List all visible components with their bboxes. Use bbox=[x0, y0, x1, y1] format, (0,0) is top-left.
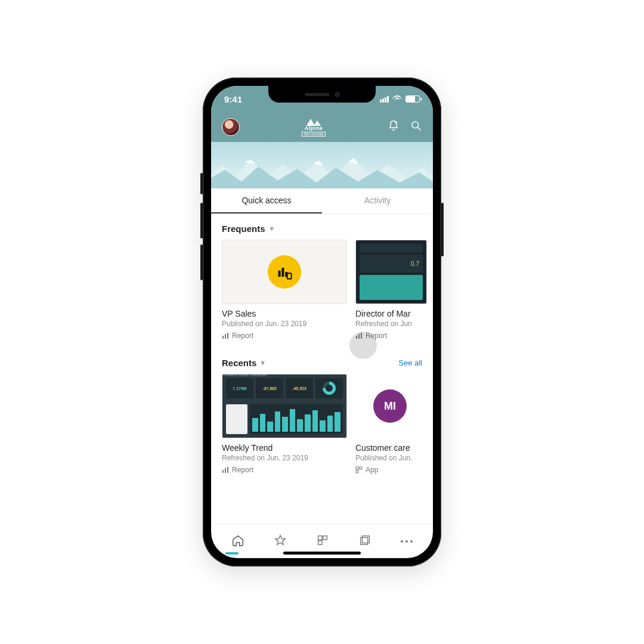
card-type: App bbox=[355, 466, 427, 474]
frequents-row[interactable]: VP Sales Published on Jun. 23 2019 Repor… bbox=[211, 240, 433, 340]
svg-marker-24 bbox=[275, 535, 286, 544]
svg-rect-12 bbox=[222, 336, 224, 339]
screen: 9:41 Alpine SKI HOUSE bbox=[211, 86, 433, 558]
app-type-icon bbox=[355, 466, 363, 473]
dash-value: 0.7 bbox=[360, 255, 423, 273]
svg-point-1 bbox=[412, 122, 419, 128]
svg-line-2 bbox=[418, 128, 421, 131]
side-panel bbox=[226, 404, 247, 434]
mountain-icon bbox=[305, 117, 322, 126]
card-type: Report bbox=[222, 466, 347, 474]
card-title: Director of Mar bbox=[355, 309, 427, 318]
more-icon bbox=[401, 540, 413, 543]
report-type-icon bbox=[222, 466, 229, 473]
kpi-value: -46,523 bbox=[286, 378, 313, 398]
frequents-card[interactable]: VP Sales Published on Jun. 23 2019 Repor… bbox=[222, 240, 347, 340]
recents-row[interactable]: PowerBI Mobile Downloads 7.179M -37,902 … bbox=[211, 374, 433, 474]
card-type-label: Report bbox=[232, 466, 253, 474]
brand-name: Alpine bbox=[305, 126, 323, 131]
card-thumbnail: 0.7 bbox=[355, 240, 427, 304]
speaker bbox=[305, 93, 330, 96]
phone-frame: 9:41 Alpine SKI HOUSE bbox=[203, 78, 441, 566]
chevron-down-icon: ▾ bbox=[270, 225, 274, 233]
content[interactable]: Frequents ▾ VP Sales Published on Jun. 2… bbox=[211, 214, 433, 524]
card-thumbnail bbox=[222, 240, 347, 304]
nav-favorites[interactable] bbox=[274, 534, 287, 549]
hero-banner bbox=[211, 142, 433, 188]
card-thumbnail: MI bbox=[355, 374, 427, 438]
report-icon bbox=[268, 255, 301, 289]
card-title: Customer care bbox=[355, 443, 427, 453]
svg-rect-28 bbox=[362, 535, 369, 543]
notifications-button[interactable] bbox=[388, 120, 400, 134]
recents-title: Recents bbox=[222, 358, 256, 368]
card-subtitle: Refreshed on Jun. 23 2019 bbox=[222, 454, 347, 462]
nav-apps[interactable] bbox=[316, 534, 329, 549]
frequents-title: Frequents bbox=[222, 224, 265, 234]
bottom-nav bbox=[211, 524, 433, 558]
app-avatar: MI bbox=[373, 389, 407, 423]
card-title: VP Sales bbox=[222, 309, 347, 318]
volume-down-button bbox=[200, 244, 203, 280]
wifi-icon bbox=[392, 95, 402, 103]
nav-home[interactable] bbox=[231, 534, 244, 549]
nav-active-indicator bbox=[225, 552, 239, 555]
avatar[interactable] bbox=[222, 118, 240, 136]
frequents-card[interactable]: 0.7 Director of Mar Refreshed on Jun Rep… bbox=[355, 240, 427, 340]
front-camera bbox=[335, 92, 340, 97]
svg-rect-20 bbox=[227, 467, 228, 473]
chevron-down-icon: ▾ bbox=[261, 359, 265, 367]
brand-sub: SKI HOUSE bbox=[302, 132, 326, 137]
chart-title: PowerBI Mobile Downloads bbox=[224, 374, 267, 377]
svg-rect-11 bbox=[287, 273, 292, 278]
card-title: Weekly Trend bbox=[222, 443, 347, 453]
kpi-value: -37,902 bbox=[256, 378, 283, 398]
svg-rect-14 bbox=[227, 333, 228, 339]
battery-icon bbox=[405, 95, 420, 103]
card-subtitle: Published on Jun. 23 2019 bbox=[222, 320, 347, 328]
donut-chart-icon bbox=[323, 382, 336, 395]
tabs: Quick access Activity bbox=[211, 188, 433, 214]
card-subtitle: Published on Jun. bbox=[355, 454, 427, 462]
svg-rect-13 bbox=[225, 334, 226, 339]
nav-more[interactable] bbox=[401, 540, 413, 543]
svg-rect-23 bbox=[356, 470, 358, 473]
svg-rect-26 bbox=[323, 535, 327, 539]
recents-card[interactable]: PowerBI Mobile Downloads 7.179M -37,902 … bbox=[222, 374, 347, 474]
notch bbox=[268, 86, 376, 103]
svg-rect-18 bbox=[222, 470, 224, 473]
svg-rect-29 bbox=[360, 537, 367, 544]
recents-card[interactable]: MI Customer care Published on Jun. App bbox=[355, 374, 427, 474]
svg-rect-25 bbox=[318, 535, 322, 539]
search-button[interactable] bbox=[410, 120, 422, 134]
svg-rect-8 bbox=[278, 271, 281, 277]
status-icons bbox=[380, 95, 420, 103]
status-time: 9:41 bbox=[224, 94, 242, 104]
app-header: Alpine SKI HOUSE bbox=[211, 112, 433, 142]
recents-header[interactable]: Recents ▾ See all bbox=[211, 348, 433, 374]
card-subtitle: Refreshed on Jun bbox=[355, 320, 427, 328]
card-type-label: Report bbox=[232, 332, 253, 340]
svg-point-0 bbox=[395, 122, 397, 123]
tab-quick-access[interactable]: Quick access bbox=[211, 188, 322, 213]
cellular-icon bbox=[380, 96, 389, 103]
power-button bbox=[441, 203, 444, 256]
svg-rect-21 bbox=[356, 467, 358, 469]
mute-switch bbox=[200, 173, 203, 194]
svg-rect-9 bbox=[281, 268, 284, 277]
card-type: Report bbox=[222, 332, 347, 340]
frequents-header[interactable]: Frequents ▾ bbox=[211, 214, 433, 240]
card-thumbnail: PowerBI Mobile Downloads 7.179M -37,902 … bbox=[222, 374, 347, 438]
report-type-icon bbox=[222, 332, 229, 339]
home-indicator bbox=[283, 552, 361, 555]
nav-workspaces[interactable] bbox=[358, 534, 371, 549]
bar-chart-icon bbox=[250, 404, 343, 434]
svg-rect-27 bbox=[318, 540, 322, 544]
tab-activity[interactable]: Activity bbox=[322, 188, 433, 213]
brand-logo[interactable]: Alpine SKI HOUSE bbox=[302, 117, 326, 137]
see-all-link[interactable]: See all bbox=[398, 358, 422, 367]
touch-indicator bbox=[349, 332, 377, 359]
volume-up-button bbox=[200, 203, 203, 239]
svg-rect-22 bbox=[360, 467, 362, 469]
kpi-value: 7.179M bbox=[226, 378, 253, 398]
